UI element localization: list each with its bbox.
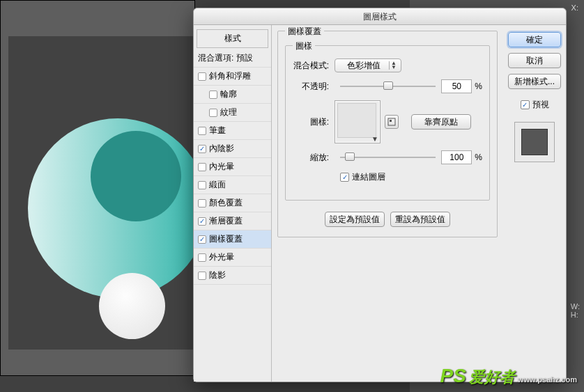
percent-label-2: % xyxy=(475,152,482,162)
pattern-swatch[interactable]: ▼ xyxy=(335,100,381,143)
style-item-stroke[interactable]: 筆畫 xyxy=(194,122,271,140)
checkbox-icon[interactable]: ✓ xyxy=(198,145,206,153)
opacity-slider[interactable] xyxy=(340,80,436,93)
styles-header[interactable]: 樣式 xyxy=(197,29,268,48)
style-item-satin[interactable]: 緞面 xyxy=(194,176,271,194)
style-item-bevel[interactable]: 斜角和浮雕 xyxy=(194,68,271,86)
checkbox-icon[interactable]: ✓ xyxy=(198,217,206,226)
style-item-label: 內陰影 xyxy=(209,143,234,155)
style-item-color_overlay[interactable]: 顏色覆蓋 xyxy=(194,194,271,212)
style-item-label: 緞面 xyxy=(209,179,226,191)
preview-swatch xyxy=(514,122,555,162)
checkbox-icon[interactable] xyxy=(198,163,206,171)
ok-button[interactable]: 確定 xyxy=(508,32,561,47)
checkbox-icon[interactable] xyxy=(198,72,206,81)
scale-input[interactable]: 100 xyxy=(441,150,472,164)
styles-list: 樣式 混合選項: 預設 斜角和浮雕輪廓紋理筆畫✓內陰影內光暈緞面顏色覆蓋✓漸層覆… xyxy=(194,25,272,382)
canvas-area xyxy=(8,36,214,350)
checkbox-icon[interactable]: ✓ xyxy=(198,235,206,244)
new-pattern-button[interactable] xyxy=(385,115,399,129)
style-item-outer_glow[interactable]: 外光暈 xyxy=(194,249,271,267)
sub-title: 圖樣 xyxy=(293,40,315,52)
preview-checkbox[interactable]: ✓ xyxy=(521,100,530,109)
checkbox-icon[interactable] xyxy=(198,127,206,135)
scale-label: 縮放: xyxy=(293,152,335,164)
layer-style-dialog: 圖層樣式 樣式 混合選項: 預設 斜角和浮雕輪廓紋理筆畫✓內陰影內光暈緞面顏色覆… xyxy=(193,8,567,382)
style-item-gradient_overlay[interactable]: ✓漸層覆蓋 xyxy=(194,212,271,230)
style-item-inner_shadow[interactable]: ✓內陰影 xyxy=(194,140,271,158)
style-item-contour[interactable]: 輪廓 xyxy=(194,86,271,104)
style-item-label: 斜角和浮雕 xyxy=(209,70,251,82)
blend-mode-label: 混合模式: xyxy=(293,60,335,72)
watermark: PS 爱好者 www.psahz.com xyxy=(440,365,577,388)
chevron-down-icon: ▼ xyxy=(371,135,378,143)
new-style-button[interactable]: 新增樣式... xyxy=(508,74,561,89)
link-layer-checkbox[interactable]: ✓ xyxy=(340,173,349,182)
checkbox-icon[interactable] xyxy=(198,199,206,207)
percent-label: % xyxy=(475,81,482,91)
snap-origin-button[interactable]: 靠齊原點 xyxy=(411,114,471,130)
style-item-label: 輪廓 xyxy=(220,88,237,100)
checkbox-icon[interactable] xyxy=(198,253,206,262)
style-item-label: 外光暈 xyxy=(209,251,234,263)
style-item-drop_shadow[interactable]: 陰影 xyxy=(194,267,271,285)
checkbox-icon[interactable] xyxy=(209,109,217,117)
style-item-label: 漸層覆蓋 xyxy=(209,215,243,227)
style-item-label: 陰影 xyxy=(209,269,226,281)
style-item-label: 紋理 xyxy=(220,107,237,118)
style-item-texture[interactable]: 紋理 xyxy=(194,104,271,122)
artwork-yinyang xyxy=(28,118,208,298)
style-item-label: 顏色覆蓋 xyxy=(209,197,243,209)
style-item-inner_glow[interactable]: 內光暈 xyxy=(194,158,271,176)
cancel-button[interactable]: 取消 xyxy=(508,53,561,68)
pattern-label: 圖樣: xyxy=(293,116,335,128)
section-title: 圖樣覆蓋 xyxy=(285,26,324,38)
preview-label: 預視 xyxy=(532,99,549,111)
style-item-pattern_overlay[interactable]: ✓圖樣覆蓋 xyxy=(194,230,271,249)
make-default-button[interactable]: 設定為預設值 xyxy=(325,212,385,227)
blend-mode-select[interactable]: 色彩增值 ▲▼ xyxy=(335,58,401,72)
dialog-buttons: 確定 取消 新增樣式... ✓ 預視 xyxy=(503,25,566,382)
pattern-overlay-fieldset: 圖樣覆蓋 圖樣 混合模式: 色彩增值 ▲▼ 不透明: xyxy=(277,31,498,237)
dialog-title: 圖層樣式 xyxy=(194,8,566,25)
checkbox-icon[interactable] xyxy=(209,91,217,99)
coord-labels: X: xyxy=(571,3,578,13)
scale-slider[interactable] xyxy=(340,151,436,164)
blend-options-item[interactable]: 混合選項: 預設 xyxy=(194,49,271,68)
link-layer-label: 連結圖層 xyxy=(352,171,385,183)
opacity-label: 不透明: xyxy=(293,81,335,93)
settings-panel: 圖樣覆蓋 圖樣 混合模式: 色彩增值 ▲▼ 不透明: xyxy=(272,25,503,382)
style-item-label: 圖樣覆蓋 xyxy=(209,233,243,245)
style-item-label: 內光暈 xyxy=(209,161,234,173)
wh-labels: W:H: xyxy=(571,302,580,319)
reset-default-button[interactable]: 重設為預設值 xyxy=(390,212,450,227)
pattern-fieldset: 圖樣 混合模式: 色彩增值 ▲▼ 不透明: 50 xyxy=(285,45,490,201)
opacity-input[interactable]: 50 xyxy=(441,79,472,93)
checkbox-icon[interactable] xyxy=(198,181,206,189)
new-preset-icon xyxy=(387,118,396,126)
checkbox-icon[interactable] xyxy=(198,272,206,280)
svg-rect-1 xyxy=(390,120,392,122)
style-item-label: 筆畫 xyxy=(209,125,226,136)
